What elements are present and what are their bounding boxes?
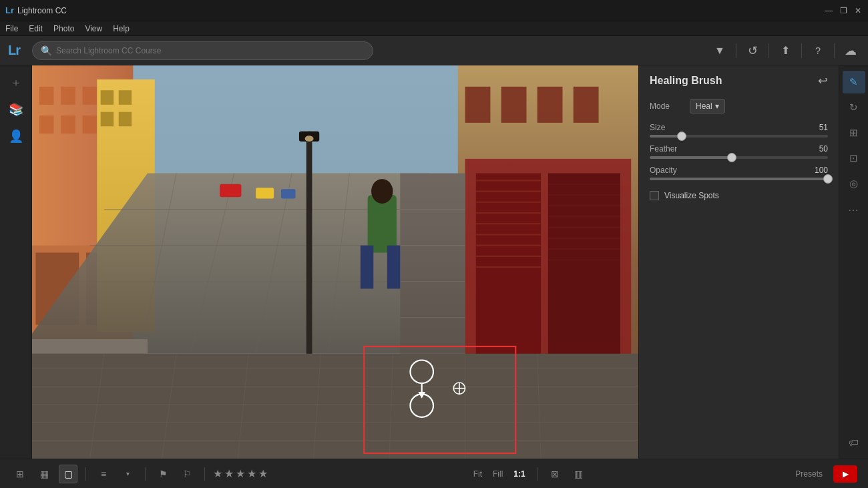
heal-tool-icon[interactable]: ✎: [843, 71, 865, 93]
menu-file[interactable]: File: [5, 24, 18, 33]
search-input[interactable]: [56, 46, 365, 55]
share-icon[interactable]: ⬆: [776, 41, 795, 60]
crop-tool-icon[interactable]: ⊡: [843, 147, 865, 170]
clone-tool-icon[interactable]: ↻: [843, 96, 865, 119]
svg-rect-69: [256, 188, 274, 198]
svg-rect-15: [119, 112, 132, 127]
visualize-row: Visualize Spots: [650, 191, 828, 200]
svg-rect-3: [61, 87, 75, 105]
zoom-fill-btn[interactable]: Fill: [489, 468, 506, 480]
size-slider-track[interactable]: [650, 135, 828, 138]
people-icon[interactable]: 👤: [4, 124, 28, 148]
opacity-slider-thumb[interactable]: [823, 174, 833, 184]
panel-header: Healing Brush ↩: [650, 73, 828, 88]
presets-button[interactable]: Presets: [790, 467, 828, 481]
filmstrip-icon[interactable]: ▥: [570, 465, 588, 483]
svg-rect-26: [501, 87, 527, 123]
menu-bar: File Edit Photo View Help: [0, 21, 868, 36]
healing-brush-panel: Healing Brush ↩ Mode Heal ▾ Size 51: [639, 65, 839, 459]
flag-pick-btn[interactable]: ⚑: [154, 465, 172, 483]
tag-tool-icon[interactable]: 🏷: [843, 431, 865, 453]
add-button[interactable]: ＋: [4, 71, 28, 95]
filter-icon[interactable]: ▼: [710, 41, 729, 60]
grid-small-btn[interactable]: ▦: [35, 465, 53, 483]
opacity-slider-row: Opacity 100: [650, 166, 828, 180]
close-button[interactable]: ✕: [853, 6, 863, 15]
svg-rect-71: [368, 195, 397, 252]
menu-edit[interactable]: Edit: [29, 24, 43, 33]
transform-tool-icon[interactable]: ⊞: [843, 121, 865, 144]
sort-chevron[interactable]: ▾: [118, 465, 137, 483]
grid-view-btn[interactable]: ⊞: [11, 465, 29, 483]
separator: [204, 467, 205, 481]
svg-rect-6: [61, 115, 75, 134]
svg-rect-7: [83, 115, 97, 134]
minimize-button[interactable]: —: [824, 6, 833, 15]
mode-label: Mode: [650, 101, 690, 111]
svg-rect-5: [39, 115, 54, 134]
panel-back-icon[interactable]: ↩: [818, 73, 828, 88]
feather-slider-thumb[interactable]: [727, 153, 736, 162]
single-view-btn[interactable]: ▢: [59, 465, 77, 483]
size-slider-header: Size 51: [650, 123, 828, 132]
bottom-toolbar: ⊞ ▦ ▢ ≡ ▾ ⚑ ⚐ ★ ★ ★ ★ ★ Fit Fill 1:1 ⊠ ▥…: [0, 459, 868, 488]
compare-icon[interactable]: ⊠: [546, 465, 564, 483]
youtube-subscribe-badge[interactable]: [833, 465, 857, 483]
star-1[interactable]: ★: [213, 467, 222, 480]
opacity-slider-track[interactable]: [650, 178, 828, 180]
opacity-slider-header: Opacity 100: [650, 166, 828, 175]
mode-select[interactable]: Heal ▾: [690, 99, 725, 113]
svg-rect-27: [537, 87, 563, 123]
separator: [834, 43, 835, 58]
mode-row: Mode Heal ▾: [650, 99, 828, 113]
svg-rect-73: [361, 246, 373, 289]
size-slider-thumb[interactable]: [677, 132, 686, 141]
star-4[interactable]: ★: [247, 467, 256, 480]
help-icon[interactable]: ?: [809, 41, 827, 60]
svg-point-72: [371, 179, 393, 204]
separator: [769, 43, 769, 58]
svg-rect-70: [281, 189, 296, 198]
separator: [736, 43, 736, 58]
svg-rect-64: [306, 137, 312, 389]
window-controls: — ❐ ✕: [824, 6, 863, 15]
feather-value: 50: [819, 144, 828, 154]
menu-view[interactable]: View: [85, 24, 102, 33]
star-3[interactable]: ★: [236, 467, 245, 480]
feather-slider-track[interactable]: [650, 156, 828, 159]
photo-area: [32, 65, 638, 459]
svg-rect-4: [83, 87, 97, 105]
search-bar[interactable]: 🔍: [32, 41, 373, 60]
more-tool-icon[interactable]: ···: [843, 198, 865, 220]
opacity-label: Opacity: [650, 166, 677, 175]
title-bar: Lr Lightroom CC — ❐ ✕: [0, 0, 868, 21]
flag-reject-btn[interactable]: ⚐: [178, 465, 196, 483]
undo-icon[interactable]: ↺: [743, 41, 762, 60]
lr-logo: Lr: [8, 43, 20, 58]
menu-help[interactable]: Help: [113, 24, 130, 33]
menu-photo[interactable]: Photo: [53, 24, 74, 33]
sort-btn[interactable]: ≡: [94, 465, 113, 483]
cloud-icon[interactable]: ☁: [841, 41, 860, 60]
visualize-checkbox[interactable]: [650, 191, 659, 200]
visualize-label: Visualize Spots: [664, 191, 719, 200]
feather-slider-fill: [650, 156, 732, 159]
star-2[interactable]: ★: [224, 467, 234, 480]
street-photo: [32, 65, 638, 459]
star-5[interactable]: ★: [258, 467, 268, 480]
chevron-down-icon: ▾: [715, 101, 719, 111]
opacity-slider-fill: [650, 178, 828, 180]
radial-tool-icon[interactable]: ◎: [843, 172, 865, 195]
library-icon[interactable]: 📚: [4, 97, 28, 121]
svg-rect-14: [101, 112, 114, 127]
panel-title: Healing Brush: [650, 75, 722, 87]
feather-slider-header: Feather 50: [650, 144, 828, 154]
zoom-1to1-btn[interactable]: 1:1: [510, 468, 528, 480]
zoom-fit-btn[interactable]: Fit: [470, 468, 485, 480]
svg-rect-12: [101, 90, 114, 105]
app-icon: Lr: [5, 5, 14, 15]
star-rating[interactable]: ★ ★ ★ ★ ★: [213, 467, 268, 480]
feather-slider-row: Feather 50: [650, 144, 828, 159]
restore-button[interactable]: ❐: [839, 6, 848, 15]
svg-rect-74: [387, 246, 400, 289]
